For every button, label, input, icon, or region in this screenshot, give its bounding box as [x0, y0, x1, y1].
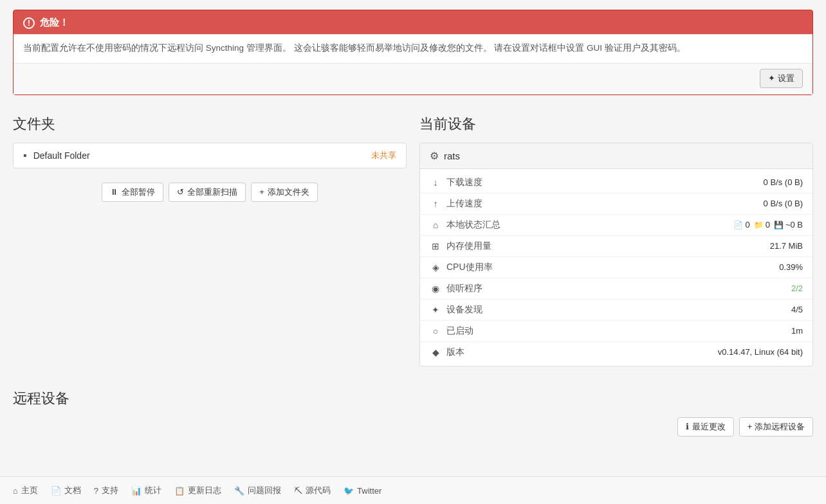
listeners-label: ◉ 侦听程序	[430, 283, 482, 294]
local-state-files: 📄 0	[733, 220, 749, 230]
doc-icon: 📄	[51, 486, 61, 496]
add-remote-device-button[interactable]: + 添加远程设备	[739, 417, 813, 437]
version-value: v0.14.47, Linux (64 bit)	[718, 347, 803, 357]
footer-source-link[interactable]: ⛏ 源代码	[294, 485, 331, 496]
device-card: ⚙ rats ↓ 下载速度 0 B/s (0 B) ↑ 上传	[419, 143, 813, 366]
add-folder-button[interactable]: + 添加文件夹	[251, 183, 318, 202]
question-icon: ?	[94, 486, 98, 496]
device-name: rats	[444, 150, 460, 161]
alert-header: ! 危险！	[14, 10, 812, 34]
recent-changes-button[interactable]: ℹ 最近更改	[677, 417, 734, 437]
pause-icon: ⏸	[110, 187, 118, 197]
device-panel: 当前设备 ⚙ rats ↓ 下载速度 0 B/s (0 B)	[419, 114, 813, 376]
listeners-icon: ◉	[430, 284, 441, 294]
folder-name-area: ▪ Default Folder	[23, 150, 90, 161]
cpu-label: ◈ CPU使用率	[430, 262, 493, 273]
footer-docs-label: 文档	[64, 485, 81, 496]
device-stats: ↓ 下载速度 0 B/s (0 B) ↑ 上传速度 0 B/s (0 B)	[420, 169, 812, 366]
download-stat-row: ↓ 下载速度 0 B/s (0 B)	[420, 172, 812, 194]
version-label: ◆ 版本	[430, 346, 464, 358]
remote-section-title: 远程设备	[13, 389, 813, 408]
footer-stats-label: 统计	[145, 485, 161, 496]
uptime-icon: ○	[430, 326, 441, 336]
folder-header: ▪ Default Folder 未共享	[14, 143, 406, 168]
pause-all-button[interactable]: ⏸ 全部暂停	[102, 183, 163, 202]
discovery-icon: ✦	[430, 305, 441, 315]
download-value: 0 B/s (0 B)	[764, 177, 803, 187]
version-icon: ◆	[430, 347, 441, 357]
size-icon: 💾	[774, 221, 784, 230]
rescan-icon: ↺	[177, 187, 184, 197]
bug-icon: 🔧	[234, 486, 244, 496]
rescan-all-button[interactable]: ↺ 全部重新扫描	[169, 183, 246, 202]
local-state-label: ⌂ 本地状态汇总	[430, 219, 500, 231]
device-header: ⚙ rats	[420, 143, 812, 169]
add-folder-label: 添加文件夹	[268, 186, 309, 198]
device-icon: ⚙	[430, 150, 439, 162]
footer-support-label: 支持	[102, 485, 118, 496]
memory-stat-row: ⊞ 内存使用量 21.7 MiB	[420, 236, 812, 257]
footer-source-label: 源代码	[306, 485, 331, 496]
local-state-dirs: 📁 0	[754, 220, 770, 230]
memory-value: 21.7 MiB	[770, 241, 803, 251]
add-folder-icon: +	[259, 187, 264, 197]
uptime-stat-row: ○ 已启动 1m	[420, 321, 812, 342]
discovery-value: 4/5	[791, 305, 803, 314]
footer-twitter-label: Twitter	[357, 486, 381, 496]
version-stat-row: ◆ 版本 v0.14.47, Linux (64 bit)	[420, 342, 812, 363]
device-section-title: 当前设备	[419, 114, 813, 134]
alert-footer: ✦ 设置	[14, 63, 812, 94]
folders-panel: 文件夹 ▪ Default Folder 未共享 ⏸ 全部暂停	[13, 114, 407, 376]
rescan-all-label: 全部重新扫描	[187, 186, 237, 198]
upload-value: 0 B/s (0 B)	[764, 199, 803, 208]
alert-banner: ! 危险！ 当前配置允许在不使用密码的情况下远程访问 Syncthing 管理界…	[13, 10, 813, 95]
discovery-label: ✦ 设备发现	[430, 304, 482, 316]
memory-label: ⊞ 内存使用量	[430, 240, 491, 252]
files-icon: 📄	[733, 221, 743, 230]
twitter-icon: 🐦	[344, 486, 354, 496]
discovery-stat-row: ✦ 设备发现 4/5	[420, 300, 812, 321]
footer-home-label: 主页	[21, 485, 38, 496]
local-state-row: ⌂ 本地状态汇总 📄 0 📁 0	[420, 215, 812, 236]
local-state-icon: ⌂	[430, 220, 441, 230]
footer-support-link[interactable]: ? 支持	[94, 485, 118, 496]
footer-bugreport-link[interactable]: 🔧 问题回报	[234, 485, 281, 496]
info-icon: ℹ	[686, 422, 689, 431]
local-state-size: 💾 ~0 B	[774, 220, 803, 230]
home-icon: ⌂	[13, 486, 18, 496]
remote-devices-section: 远程设备 ℹ 最近更改 + 添加远程设备	[0, 382, 826, 449]
alert-icon: !	[23, 17, 35, 29]
alert-body: 当前配置允许在不使用密码的情况下远程访问 Syncthing 管理界面。 这会让…	[14, 34, 812, 63]
main-content: 文件夹 ▪ Default Folder 未共享 ⏸ 全部暂停	[0, 102, 826, 382]
pause-all-label: 全部暂停	[122, 186, 155, 198]
memory-icon: ⊞	[430, 241, 441, 251]
footer-docs-link[interactable]: 📄 文档	[51, 485, 81, 496]
listeners-stat-row: ◉ 侦听程序 2/2	[420, 278, 812, 300]
uptime-value: 1m	[791, 326, 803, 336]
cpu-value: 0.39%	[779, 262, 803, 272]
alert-title: 危险！	[40, 17, 69, 29]
alert-message: 当前配置允许在不使用密码的情况下远程访问 Syncthing 管理界面。 这会让…	[23, 43, 686, 53]
folder-card: ▪ Default Folder 未共享	[13, 143, 407, 168]
folder-actions: ⏸ 全部暂停 ↺ 全部重新扫描 + 添加文件夹	[13, 176, 407, 208]
footer-stats-link[interactable]: 📊 统计	[131, 485, 161, 496]
footer-bugreport-label: 问题回报	[248, 485, 281, 496]
dirs-icon: 📁	[754, 221, 764, 230]
footer-home-link[interactable]: ⌂ 主页	[13, 485, 38, 496]
cpu-stat-row: ◈ CPU使用率 0.39%	[420, 257, 812, 278]
footer-twitter-link[interactable]: 🐦 Twitter	[344, 486, 381, 496]
folder-name: Default Folder	[33, 150, 90, 161]
settings-button[interactable]: ✦ 设置	[760, 69, 803, 88]
footer: ⌂ 主页 📄 文档 ? 支持 📊 统计 📋 更新日志 🔧 问题回报 ⛏ 源代码 …	[0, 476, 826, 504]
folder-status: 未共享	[371, 150, 396, 161]
footer-changelog-link[interactable]: 📋 更新日志	[174, 485, 221, 496]
footer-changelog-label: 更新日志	[188, 485, 221, 496]
listeners-value: 2/2	[791, 284, 803, 293]
download-icon: ↓	[430, 177, 441, 188]
folder-icon: ▪	[23, 150, 27, 161]
upload-stat-row: ↑ 上传速度 0 B/s (0 B)	[420, 194, 812, 215]
upload-icon: ↑	[430, 199, 441, 209]
local-state-value: 📄 0 📁 0 💾 ~0 B	[733, 220, 803, 230]
cpu-icon: ◈	[430, 262, 441, 273]
download-label: ↓ 下载速度	[430, 177, 482, 188]
